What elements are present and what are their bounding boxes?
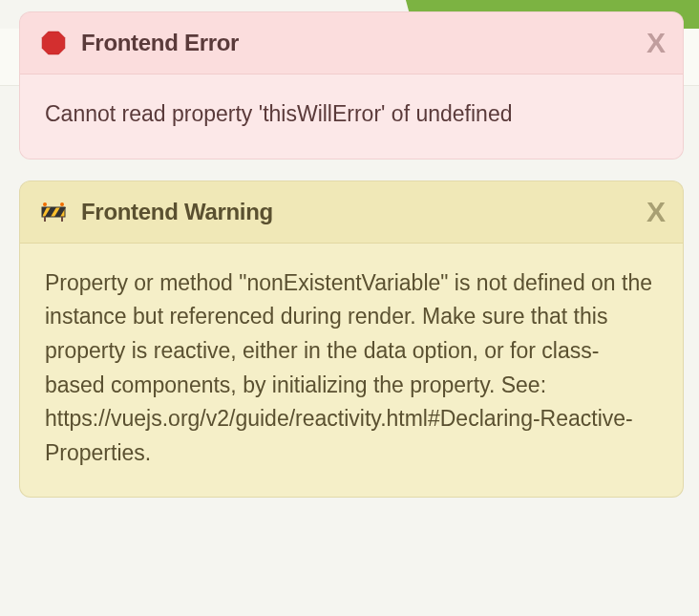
error-alert-header: Frontend Error X: [20, 12, 683, 74]
stop-sign-icon: [41, 31, 66, 55]
warning-close-button[interactable]: X: [646, 198, 666, 226]
error-close-button[interactable]: X: [646, 29, 666, 57]
error-alert-title: Frontend Error: [81, 30, 239, 56]
construction-icon: [41, 200, 66, 224]
svg-point-7: [60, 202, 64, 206]
svg-point-6: [43, 202, 47, 206]
error-alert: Frontend Error X Cannot read property 't…: [19, 11, 684, 159]
warning-alert-header: Frontend Warning X: [20, 181, 683, 244]
warning-alert: Frontend Warning X Property or method "n…: [19, 181, 684, 499]
svg-marker-0: [42, 32, 65, 54]
warning-alert-message: Property or method "nonExistentVariable"…: [20, 244, 683, 498]
warning-alert-title: Frontend Warning: [81, 199, 273, 225]
svg-rect-9: [61, 217, 63, 222]
error-alert-message: Cannot read property 'thisWillError' of …: [20, 74, 683, 159]
svg-rect-8: [44, 217, 46, 222]
